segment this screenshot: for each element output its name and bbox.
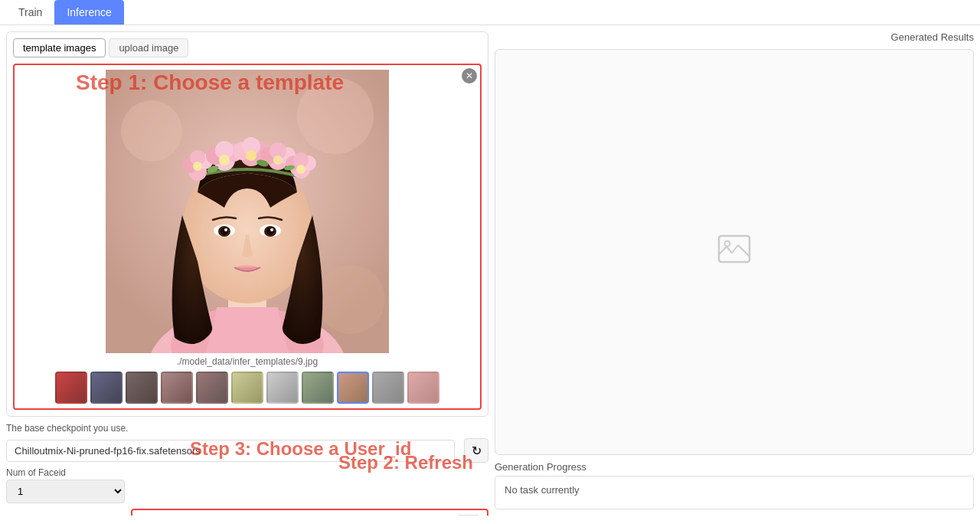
tab-template-images[interactable]: template images: [13, 38, 106, 57]
tab-upload-image[interactable]: upload image: [109, 38, 188, 57]
progress-status-box: No task currently: [495, 476, 974, 509]
thumbnail-11[interactable]: [407, 372, 439, 404]
checkpoint-label: The base checkpoint you use.: [6, 423, 488, 434]
inner-tabs: template images upload image: [13, 38, 482, 57]
template-preview-area: ✕: [13, 64, 482, 410]
faceid-section: Num of Faceid 1 2 3: [6, 467, 125, 516]
faceid-select[interactable]: 1 2 3: [6, 480, 125, 503]
thumbnail-8[interactable]: [302, 372, 334, 404]
checkpoint-input[interactable]: [6, 440, 455, 462]
left-panel: Step 1: Choose a template template image…: [6, 31, 488, 509]
main-layout: Step 1: Choose a template template image…: [0, 25, 980, 516]
progress-label: Generation Progress: [495, 461, 974, 473]
close-button[interactable]: ✕: [462, 68, 477, 84]
svg-point-1: [121, 100, 182, 162]
userid-section: User_0 id none ↻: [131, 509, 488, 516]
right-panel: Generated Results Generation Progress No…: [495, 31, 974, 509]
generated-area: [495, 49, 974, 455]
thumbnail-9[interactable]: [337, 372, 369, 404]
template-section: Step 1: Choose a template template image…: [6, 31, 488, 417]
top-tabs-bar: Train Inference: [0, 0, 980, 25]
svg-point-15: [270, 228, 273, 231]
checkpoint-row: ↻: [6, 438, 488, 463]
userid-refresh-button[interactable]: ↻: [456, 515, 481, 516]
svg-point-25: [219, 155, 230, 165]
thumbnail-7[interactable]: [266, 372, 299, 404]
checkpoint-refresh-button[interactable]: ↻: [464, 438, 488, 463]
thumbnail-strip: [19, 372, 475, 404]
svg-point-2: [297, 77, 374, 154]
thumbnail-5[interactable]: [196, 372, 228, 404]
thumbnail-6[interactable]: [231, 372, 263, 404]
thumbnail-4[interactable]: [161, 372, 193, 404]
svg-point-14: [266, 228, 274, 235]
generation-progress-section: Generation Progress No task currently: [495, 461, 974, 509]
svg-point-11: [224, 228, 227, 231]
image-placeholder-icon: [715, 230, 753, 275]
template-image-path: ./model_data/infer_templates/9.jpg: [19, 356, 475, 367]
svg-point-45: [725, 241, 730, 246]
thumbnail-10[interactable]: [372, 372, 404, 404]
refresh-icon: ↻: [472, 444, 482, 458]
faceid-row: Num of Faceid 1 2 3 User_0 id none: [6, 467, 488, 516]
tab-train[interactable]: Train: [6, 0, 54, 25]
tab-inference[interactable]: Inference: [54, 0, 123, 25]
thumbnail-1[interactable]: [55, 372, 87, 404]
thumbnail-2[interactable]: [90, 372, 122, 404]
generated-results-label: Generated Results: [495, 31, 974, 43]
main-template-image: [106, 70, 389, 353]
svg-point-35: [273, 156, 283, 165]
bottom-controls: The base checkpoint you use. ↻ Step 3: C…: [6, 423, 488, 516]
svg-point-40: [296, 165, 305, 174]
num-select-wrap: 1 2 3: [6, 480, 125, 516]
svg-point-3: [316, 265, 385, 334]
faceid-label: Num of Faceid: [6, 467, 125, 478]
svg-point-30: [246, 150, 256, 161]
thumbnail-3[interactable]: [126, 372, 158, 404]
svg-point-10: [220, 228, 228, 235]
svg-point-20: [193, 162, 202, 171]
